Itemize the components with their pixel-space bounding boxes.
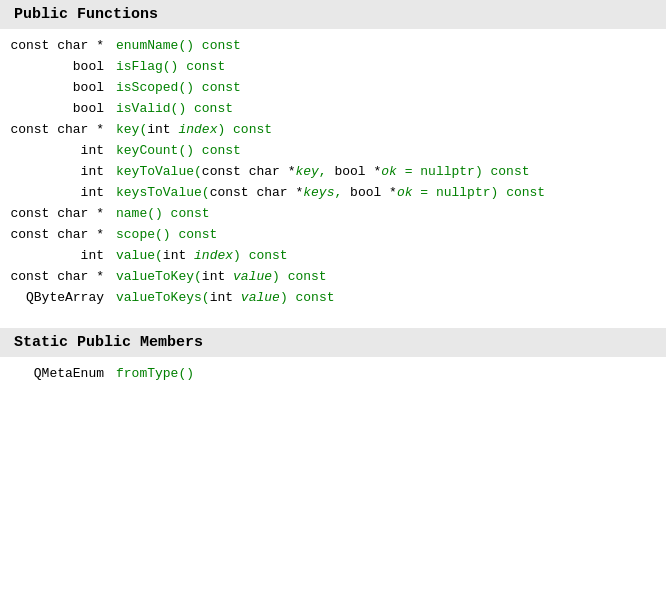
return-type: bool [0, 77, 110, 98]
function-signature[interactable]: keyToValue(const char *key, bool *ok = n… [110, 161, 666, 182]
page-container: Public Functions const char *enumName() … [0, 0, 666, 394]
public-functions-section: Public Functions const char *enumName() … [0, 0, 666, 318]
function-signature[interactable]: name() const [110, 203, 666, 224]
return-type: bool [0, 98, 110, 119]
table-row: const char *scope() const [0, 224, 666, 245]
function-signature[interactable]: isValid() const [110, 98, 666, 119]
table-row: boolisFlag() const [0, 56, 666, 77]
function-signature[interactable]: scope() const [110, 224, 666, 245]
table-row: intkeyToValue(const char *key, bool *ok … [0, 161, 666, 182]
return-type: bool [0, 56, 110, 77]
return-type: const char * [0, 266, 110, 287]
return-type: const char * [0, 119, 110, 140]
function-signature[interactable]: keysToValue(const char *keys, bool *ok =… [110, 182, 666, 203]
table-row: const char *key(int index) const [0, 119, 666, 140]
return-type: QByteArray [0, 287, 110, 308]
static-public-members-section: Static Public Members QMetaEnumfromType(… [0, 328, 666, 394]
table-row: QMetaEnumfromType() [0, 363, 666, 384]
return-type: const char * [0, 35, 110, 56]
public-functions-content: const char *enumName() constboolisFlag()… [0, 29, 666, 318]
function-signature[interactable]: value(int index) const [110, 245, 666, 266]
table-row: const char *name() const [0, 203, 666, 224]
return-type: const char * [0, 224, 110, 245]
static-public-members-content: QMetaEnumfromType() [0, 357, 666, 394]
return-type: int [0, 245, 110, 266]
table-row: QByteArrayvalueToKeys(int value) const [0, 287, 666, 308]
function-signature[interactable]: valueToKey(int value) const [110, 266, 666, 287]
public-functions-header: Public Functions [0, 0, 666, 29]
function-signature[interactable]: isFlag() const [110, 56, 666, 77]
return-type: QMetaEnum [0, 363, 110, 384]
public-functions-table: const char *enumName() constboolisFlag()… [0, 35, 666, 308]
return-type: int [0, 182, 110, 203]
function-signature[interactable]: enumName() const [110, 35, 666, 56]
table-row: const char *valueToKey(int value) const [0, 266, 666, 287]
table-row: boolisValid() const [0, 98, 666, 119]
function-signature[interactable]: key(int index) const [110, 119, 666, 140]
function-signature[interactable]: fromType() [110, 363, 666, 384]
function-signature[interactable]: valueToKeys(int value) const [110, 287, 666, 308]
return-type: const char * [0, 203, 110, 224]
section-gap [0, 318, 666, 328]
return-type: int [0, 161, 110, 182]
table-row: boolisScoped() const [0, 77, 666, 98]
static-public-members-table: QMetaEnumfromType() [0, 363, 666, 384]
table-row: const char *enumName() const [0, 35, 666, 56]
table-row: intvalue(int index) const [0, 245, 666, 266]
table-row: intkeysToValue(const char *keys, bool *o… [0, 182, 666, 203]
table-row: intkeyCount() const [0, 140, 666, 161]
return-type: int [0, 140, 110, 161]
function-signature[interactable]: isScoped() const [110, 77, 666, 98]
static-public-members-header: Static Public Members [0, 328, 666, 357]
function-signature[interactable]: keyCount() const [110, 140, 666, 161]
